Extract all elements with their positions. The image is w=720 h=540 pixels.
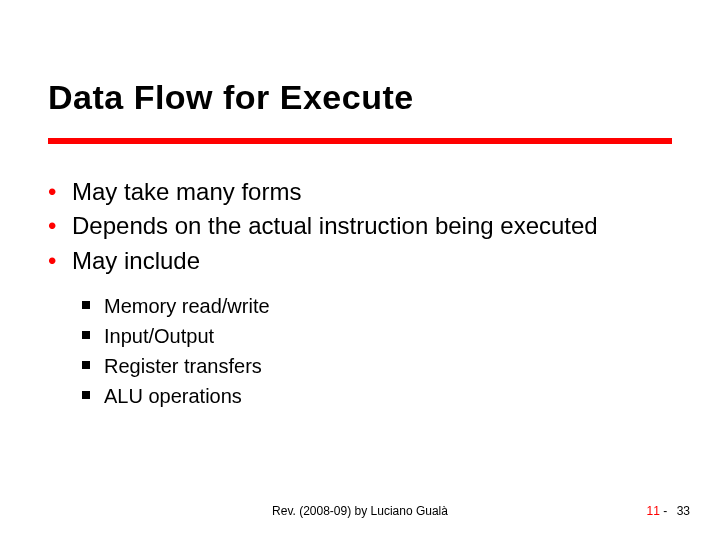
sub-bullet-item: Input/Output: [82, 321, 672, 351]
footer-chapter: 11: [647, 504, 660, 518]
slide: Data Flow for Execute May take many form…: [0, 0, 720, 540]
content-area: May take many forms Depends on the actua…: [48, 176, 672, 411]
bullet-item: Depends on the actual instruction being …: [48, 210, 672, 242]
sub-bullet-item: Register transfers: [82, 351, 672, 381]
footer-page-number: 11 - 33: [647, 504, 690, 518]
sub-bullet-list: Memory read/write Input/Output Register …: [48, 291, 672, 411]
slide-title: Data Flow for Execute: [48, 78, 414, 117]
title-underline: [48, 138, 672, 144]
footer-separator: -: [663, 504, 667, 518]
footer-attribution: Rev. (2008-09) by Luciano Gualà: [0, 504, 720, 518]
bullet-item: May include: [48, 245, 672, 277]
sub-bullet-item: ALU operations: [82, 381, 672, 411]
bullet-list: May take many forms Depends on the actua…: [48, 176, 672, 277]
footer-page: 33: [677, 504, 690, 518]
bullet-item: May take many forms: [48, 176, 672, 208]
sub-bullet-item: Memory read/write: [82, 291, 672, 321]
